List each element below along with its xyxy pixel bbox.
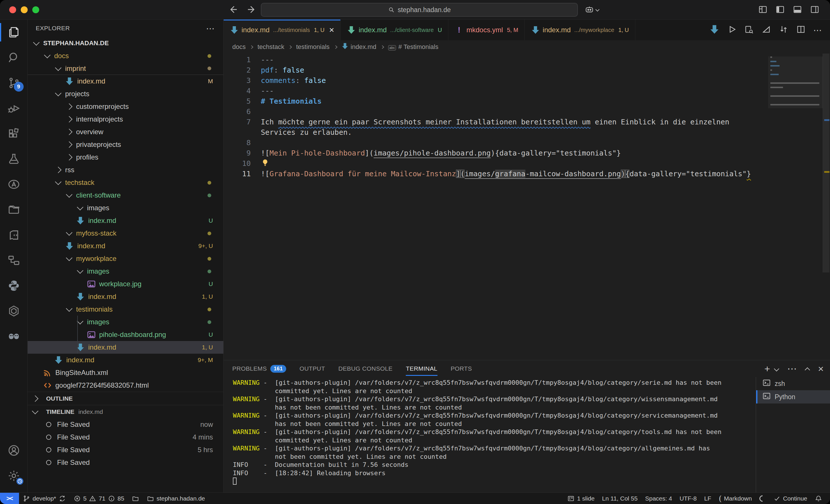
breadcrumb-item[interactable]: index.md (342, 43, 376, 51)
tree-item-index.md[interactable]: index.mdM (28, 75, 223, 88)
tree-item-internalprojects[interactable]: internalprojects (28, 113, 223, 126)
panel-tab-problems[interactable]: PROBLEMS161 (232, 360, 286, 377)
panel-tab-debug-console[interactable]: DEBUG CONSOLE (338, 360, 392, 377)
editor-tab-index-md[interactable]: index.md.../client-softwareU (341, 20, 448, 40)
exit-door-icon[interactable] (0, 222, 28, 248)
maximize-panel-icon[interactable] (805, 367, 810, 372)
editor-scrollbar[interactable] (822, 54, 830, 360)
tree-item-techstack[interactable]: techstack (28, 176, 223, 189)
comments-icon[interactable] (0, 324, 28, 349)
marp-slide-count[interactable]: 1 slide (564, 493, 598, 504)
close-tab-icon[interactable]: × (329, 26, 334, 34)
tree-item-images[interactable]: images (28, 316, 223, 328)
timeline-item[interactable]: File Saved4 mins (28, 431, 223, 443)
timeline-item[interactable]: File Savednow (28, 418, 223, 431)
settings-gear-icon[interactable] (0, 463, 28, 489)
explorer-icon[interactable] (0, 20, 28, 45)
minimize-window-button[interactable] (21, 6, 28, 13)
account-icon[interactable] (0, 438, 28, 463)
tree-item-docs[interactable]: docs (28, 49, 223, 62)
terminal-dropdown-icon[interactable] (774, 366, 779, 371)
editor-tab-index-md[interactable]: index.md.../testimonials1, U× (224, 20, 341, 40)
run-icon[interactable] (727, 25, 737, 35)
timeline-item[interactable]: File Saved (28, 456, 223, 469)
tree-item-index.md[interactable]: index.md9+, U (28, 240, 223, 252)
new-terminal-icon[interactable]: + (764, 364, 770, 373)
terminal-output[interactable]: WARNING - [git-authors-plugin] /var/fold… (224, 377, 756, 493)
explorer-more-actions-icon[interactable]: ⋯ (206, 23, 215, 33)
toggle-primary-sidebar-icon[interactable] (775, 5, 785, 15)
tree-item-images[interactable]: images (28, 202, 223, 214)
remote-indicator[interactable]: >< (0, 493, 19, 504)
more-actions-icon[interactable]: ⋯ (813, 25, 823, 35)
breadcrumb[interactable]: docstechstacktestimonialsindex.mdabc# Te… (224, 40, 830, 54)
tree-item-pihole-dashboard.png[interactable]: pihole-dashboard.pngU (28, 328, 223, 341)
workspace-status[interactable]: stephan.hadan.de (143, 493, 209, 504)
tree-item-customerprojects[interactable]: customerprojects (28, 100, 223, 113)
tree-item-index.md[interactable]: index.mdU (28, 214, 223, 227)
tree-item-rss[interactable]: rss (28, 164, 223, 176)
split-editor-icon[interactable] (796, 25, 806, 35)
tree-item-myworkplace[interactable]: myworkplace (28, 252, 223, 265)
navigate-forward-icon[interactable] (246, 4, 257, 16)
hexagon-icon[interactable] (0, 298, 28, 324)
tree-item-index.md[interactable]: index.md1, U (28, 290, 223, 303)
continue-extension[interactable]: Continue (769, 493, 811, 504)
command-center-search[interactable]: stephan.hadan.de (261, 3, 578, 17)
open-preview-icon[interactable] (744, 25, 754, 35)
markdown-extension-icon[interactable] (709, 25, 719, 35)
cursor-position[interactable]: Ln 11, Col 55 (598, 493, 641, 504)
breadcrumb-item[interactable]: techstack (257, 43, 284, 51)
more-actions-icon[interactable]: ⋯ (787, 364, 797, 373)
folder-library-icon[interactable] (0, 197, 28, 222)
tree-item-myfoss-stack[interactable]: myfoss-stack (28, 227, 223, 240)
terminal-instance-python[interactable]: Python (756, 390, 830, 403)
toggle-panel-icon[interactable] (793, 5, 802, 15)
extensions-icon[interactable] (0, 121, 28, 146)
panel-tab-terminal[interactable]: TERMINAL (406, 360, 437, 377)
navigate-back-icon[interactable] (228, 4, 238, 16)
copilot-dropdown-icon[interactable] (596, 7, 600, 11)
tree-item-imprint[interactable]: imprint (28, 62, 223, 75)
folder-status[interactable] (128, 493, 143, 504)
close-window-button[interactable] (9, 6, 16, 13)
editor-tab-mkdocs-yml[interactable]: !mkdocs.yml5, M (448, 20, 525, 40)
tree-item-overview[interactable]: overview (28, 126, 223, 138)
testing-icon[interactable] (0, 146, 28, 172)
tree-item-workplace.jpg[interactable]: workplace.jpgU (28, 278, 223, 290)
outline-section-header[interactable]: OUTLINE (28, 392, 223, 405)
toggle-secondary-sidebar-icon[interactable] (810, 5, 820, 15)
source-control-icon[interactable]: 9 (0, 70, 28, 96)
tree-item-stephan.hadan.de[interactable]: STEPHAN.HADAN.DE (28, 37, 223, 49)
run-debug-icon[interactable] (0, 96, 28, 121)
terminal-instance-zsh[interactable]: zsh (756, 377, 830, 390)
breadcrumb-item[interactable]: abc# Testimonials (388, 43, 438, 51)
breadcrumb-item[interactable]: testimonials (296, 43, 329, 51)
breadcrumb-item[interactable]: docs (232, 43, 246, 51)
search-icon[interactable] (0, 45, 28, 70)
tree-item-images[interactable]: images (28, 265, 223, 278)
customize-layout-icon[interactable] (758, 5, 768, 15)
loading-status[interactable] (756, 493, 769, 504)
tree-item-bingsiteauth.xml[interactable]: BingSiteAuth.xml (28, 366, 223, 379)
lightbulb-icon[interactable] (261, 159, 269, 168)
python-icon[interactable] (0, 273, 28, 298)
minimap[interactable] (770, 57, 821, 108)
zoom-window-button[interactable] (32, 6, 39, 13)
tree-item-index.md[interactable]: index.md9+, M (28, 354, 223, 366)
tree-item-profiles[interactable]: profiles (28, 151, 223, 164)
panel-tab-output[interactable]: OUTPUT (299, 360, 325, 377)
editor-tab-index-md[interactable]: index.md.../myworkplace1, U (525, 20, 635, 40)
tree-item-client-software[interactable]: client-software (28, 189, 223, 202)
tree-item-googlef727264f56832057.html[interactable]: googlef727264f56832057.html (28, 379, 223, 392)
copilot-icon[interactable] (584, 5, 594, 15)
encoding[interactable]: UTF-8 (676, 493, 701, 504)
indentation[interactable]: Spaces: 4 (641, 493, 675, 504)
git-branch-status[interactable]: develop* (19, 493, 70, 504)
tree-item-testimonials[interactable]: testimonials (28, 303, 223, 316)
notifications-bell[interactable] (811, 493, 826, 504)
circled-a-icon[interactable] (0, 172, 28, 197)
eol[interactable]: LF (700, 493, 715, 504)
timeline-section-header[interactable]: TIMELINE index.md (28, 405, 223, 418)
editor-pane[interactable]: 1---2pdf: false3comments: false4---5# Te… (224, 54, 830, 360)
